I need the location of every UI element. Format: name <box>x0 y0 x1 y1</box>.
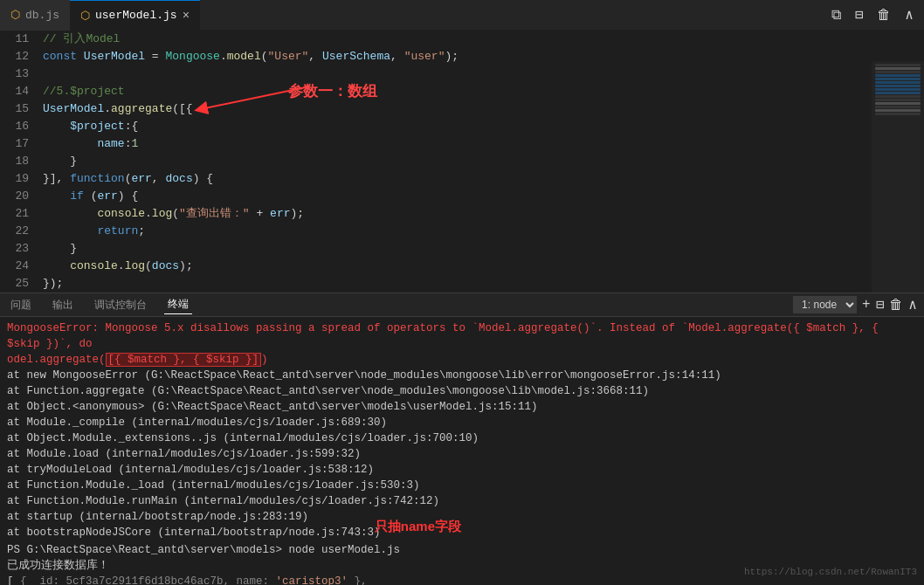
panel-tab-problems[interactable]: 问题 <box>7 296 35 314</box>
website-url: https://blog.csdn.net/RowanIT3 <box>744 564 917 580</box>
code-line-25: 25 }); <box>0 275 924 292</box>
code-line-17: 17 name:1 <box>0 135 924 153</box>
ps-line: PS G:\ReactSpace\React_antd\server\model… <box>7 542 917 558</box>
stack-trace-7: at tryModuleLoad (internal/modules/cjs/l… <box>7 462 917 478</box>
annotation-only-name: 只抽name字段 <box>375 519 461 534</box>
tab-db-js-label: db.js <box>25 9 59 22</box>
success-text: 已成功连接数据库！ <box>7 560 109 572</box>
stack-trace-4: at Module._compile (internal/modules/cjs… <box>7 415 917 430</box>
code-line-22: 22 return; <box>0 223 924 240</box>
panel-tab-debug[interactable]: 调试控制台 <box>91 296 150 314</box>
stack-trace-10: at startup (internal/bootstrap/node.js:2… <box>7 509 917 525</box>
stack-trace-11: at bootstrapNodeJSCore (internal/bootstr… <box>7 525 917 540</box>
new-terminal-icon[interactable]: + <box>862 297 871 313</box>
stack-trace-2: at Function.aggregate (G:\ReactSpace\Rea… <box>7 383 917 399</box>
tab-actions: ⧉ ⊟ 🗑 ∧ <box>828 4 924 25</box>
code-line-24: 24 console.log(docs); <box>0 258 924 275</box>
code-line-11: 11 // 引入Model <box>0 31 924 48</box>
stack-trace-8: at Function.Module._load (internal/modul… <box>7 478 917 493</box>
error-text-close: ) <box>261 354 268 366</box>
code-content: 11 // 引入Model 12 const UserModel = Mongo… <box>0 31 924 292</box>
error-continuation-line: odel.aggregate([{ $match }, { $skip }]) <box>7 352 917 368</box>
error-highlight: [{ $match }, { $skip }] <box>106 353 262 367</box>
minimap <box>872 61 924 292</box>
editor-area: 11 // 引入Model 12 const UserModel = Mongo… <box>0 31 924 292</box>
split-editor-icon[interactable]: ⧉ <box>828 5 845 25</box>
code-line-19: 19 }], function(err, docs) { <box>0 170 924 188</box>
error-main-line: MongooseError: Mongoose 5.x disallows pa… <box>7 320 917 352</box>
stack-trace-3: at Object.<anonymous> (G:\ReactSpace\Rea… <box>7 399 917 415</box>
code-line-20: 20 if (err) { <box>0 188 924 205</box>
maximize-panel-icon[interactable]: ∧ <box>908 296 917 313</box>
code-line-13: 13 <box>0 65 924 83</box>
tab-db-js[interactable]: ⬡ db.js <box>0 0 70 31</box>
stack-trace-6: at Module.load (internal/modules/cjs/loa… <box>7 446 917 462</box>
code-line-14: 14 //5.$project <box>0 83 924 100</box>
panel-tab-terminal[interactable]: 终端 <box>164 295 192 314</box>
tab-bar: ⬡ db.js ⬡ userModel.js × ⧉ ⊟ 🗑 ∧ <box>0 0 924 31</box>
tab-usermodel-js-label: userModel.js <box>95 9 177 22</box>
kill-terminal-icon[interactable]: 🗑 <box>889 297 903 313</box>
stack-trace-5: at Object.Module._extensions..js (intern… <box>7 430 917 446</box>
terminal-select[interactable]: 1: node <box>793 296 857 313</box>
error-text-before: MongooseError: Mongoose 5.x disallows pa… <box>7 322 879 350</box>
panel-tab-output[interactable]: 输出 <box>49 296 77 314</box>
code-line-23: 23 } <box>0 240 924 258</box>
code-line-15: 15 UserModel.aggregate([{ <box>0 100 924 118</box>
annotation-param-one: 参数一：数组 <box>288 81 377 101</box>
code-line-18: 18 } <box>0 153 924 170</box>
panel-bar: 问题 输出 调试控制台 终端 1: node + ⊟ 🗑 ∧ <box>0 292 924 317</box>
panel-bar-actions: 1: node + ⊟ 🗑 ∧ <box>793 296 917 313</box>
code-line-21: 21 console.log("查询出错：" + err); <box>0 205 924 223</box>
stack-trace-9: at Function.Module.runMain (internal/mod… <box>7 493 917 509</box>
expand-icon[interactable]: ∧ <box>901 4 917 25</box>
stack-trace-1: at new MongooseError (G:\ReactSpace\Reac… <box>7 368 917 383</box>
code-line-16: 16 $project:{ <box>0 118 924 135</box>
code-line-12: 12 const UserModel = Mongoose.model("Use… <box>0 48 924 65</box>
toggle-panel-icon[interactable]: ⊟ <box>852 4 867 25</box>
error-text-cont: odel.aggregate( <box>7 354 106 366</box>
tab-usermodel-js[interactable]: ⬡ userModel.js × <box>70 0 200 31</box>
close-editors-icon[interactable]: 🗑 <box>873 5 894 25</box>
close-tab-icon[interactable]: × <box>183 10 190 22</box>
split-terminal-icon[interactable]: ⊟ <box>876 296 885 313</box>
terminal-area[interactable]: MongooseError: Mongoose 5.x disallows pa… <box>0 317 924 585</box>
